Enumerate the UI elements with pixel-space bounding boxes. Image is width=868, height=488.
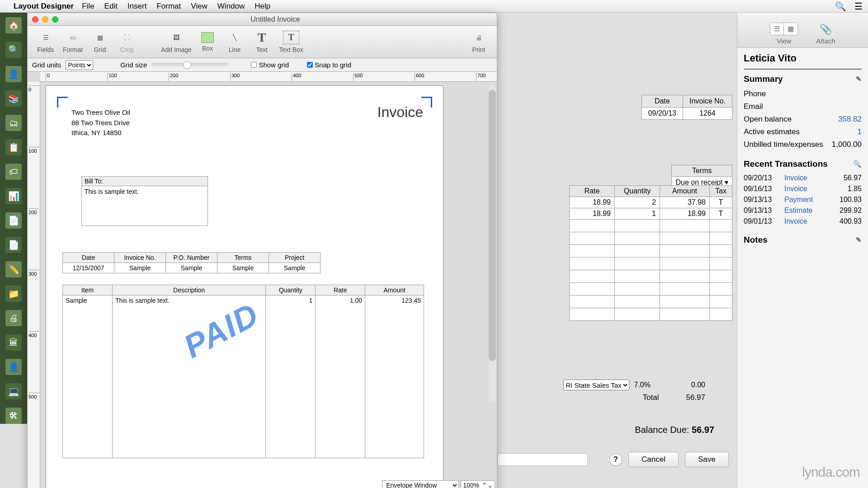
menu-file[interactable]: File (82, 2, 94, 11)
left-dock: 🏠 🔍 👤 📚 🗂 📋 🏷 📊 📄 📄 ✏️ 📁 🖨 🏛 👤 💻 🛠 (0, 13, 27, 424)
notes-heading: Notes (744, 235, 768, 245)
window-titlebar[interactable]: Untitled Invoice (28, 13, 497, 26)
document-title[interactable]: Invoice (377, 104, 423, 121)
bill-to-label: Bill To: (82, 177, 208, 186)
transaction-row[interactable]: 09/01/13Invoice400.93 (744, 216, 862, 227)
grid-view-icon: ▦ (784, 23, 797, 35)
text-button[interactable]: TText (248, 28, 275, 56)
dock-icon-bank[interactable]: 🏛 (5, 334, 22, 351)
show-grid-checkbox[interactable]: Show grid (251, 61, 289, 69)
dock-icon-write[interactable]: ✏️ (5, 261, 22, 277)
edit-summary-icon[interactable]: ✎ (856, 75, 862, 83)
dock-icon-user[interactable]: 👤 (5, 359, 22, 375)
transaction-row[interactable]: 09/13/13Payment100.93 (744, 194, 862, 205)
list-view-icon: ☰ (770, 23, 784, 35)
right-panel: ☰▦ View 📎 Attach Leticia Vito Summary✎ P… (737, 13, 868, 488)
active-estimates-label: Active estimates (744, 127, 800, 136)
view-toggle[interactable]: ☰▦ (770, 23, 798, 35)
transaction-row[interactable]: 09/16/13Invoice1.85 (744, 183, 862, 194)
fields-button[interactable]: ☰Fields (32, 28, 59, 56)
date-invoice-no[interactable]: DateInvoice No. 09/20/131264 (642, 95, 732, 120)
menu-format[interactable]: Format (156, 2, 181, 11)
attach-icon[interactable]: 📎 (820, 23, 832, 35)
total-row: Total 56.97 (643, 393, 705, 402)
dock-icon-folder[interactable]: 📁 (5, 286, 22, 302)
unbilled-label: Unbilled time/expenses (744, 140, 823, 149)
form-action-row: ? Cancel Save (497, 452, 729, 467)
menu-extras-icon[interactable]: ☰ (854, 1, 863, 12)
text-box-button[interactable]: TText Box (275, 28, 307, 56)
grid-size-label: Grid size (120, 61, 147, 69)
customer-name: Leticia Vito (744, 52, 862, 64)
box-button[interactable]: Box (194, 28, 221, 56)
line-button[interactable]: ╲Line (221, 28, 248, 56)
window-title: Untitled Invoice (58, 15, 492, 23)
tax-row: RI State Sales Tax 7.0% 0.00 (563, 380, 705, 390)
layout-page[interactable]: Two Trees Olive Oil 88 Two Trees Drive I… (46, 85, 443, 488)
tax-percent: 7.0% (634, 381, 650, 389)
tax-amount: 0.00 (691, 381, 705, 389)
dock-icon-customer[interactable]: 👤 (5, 66, 22, 82)
crop-mark-top-left (57, 97, 68, 108)
cancel-button[interactable]: Cancel (628, 452, 679, 467)
dock-icon-clipboard[interactable]: 📋 (5, 139, 22, 155)
invoice-meta-table[interactable]: Date Invoice No. P.O. Number Terms Proje… (62, 252, 321, 273)
zoom-stepper[interactable]: 100% ⌃⌄ (461, 480, 495, 488)
dock-icon-print[interactable]: 🖨 (5, 310, 22, 326)
print-button[interactable]: 🖨Print (465, 28, 492, 56)
add-image-button[interactable]: 🖼Add Image (159, 28, 194, 56)
scrollbar-vertical[interactable] (489, 85, 496, 402)
ruler-vertical: 0 100 200 300 400 500 (28, 82, 40, 488)
menu-help[interactable]: Help (255, 2, 270, 11)
recent-transactions-heading: Recent Transactions (744, 159, 828, 169)
spotlight-icon[interactable]: 🔍 (835, 1, 846, 12)
snap-to-grid-checkbox[interactable]: Snap to grid (307, 61, 351, 69)
transaction-row[interactable]: 09/13/13Estimate299.92 (744, 205, 862, 216)
tax-item-select[interactable]: RI State Sales Tax (563, 380, 629, 390)
grid-size-slider[interactable] (151, 63, 228, 67)
minimize-icon[interactable] (42, 16, 48, 23)
menu-window[interactable]: Window (217, 2, 245, 11)
company-address-block[interactable]: Two Trees Olive Oil 88 Two Trees Drive I… (71, 108, 130, 138)
open-balance-label: Open balance (744, 115, 792, 124)
zoom-icon[interactable] (52, 16, 58, 23)
dock-icon-reports[interactable]: 📊 (5, 188, 22, 204)
menubar: Layout Designer File Edit Insert Format … (0, 0, 868, 13)
dock-icon-home[interactable]: 🏠 (5, 17, 22, 33)
format-button[interactable]: ▭Format (59, 28, 86, 56)
dock-icon-tag[interactable]: 🏷 (5, 164, 22, 180)
summary-heading: Summary (744, 74, 783, 84)
menu-edit[interactable]: Edit (104, 2, 118, 11)
dock-icon-employee[interactable]: 🗂 (5, 115, 22, 131)
dock-icon-tools[interactable]: 🛠 (5, 408, 22, 424)
designer-window: Untitled Invoice ☰Fields ▭Format ▦Grid ⛶… (27, 13, 497, 488)
search-transactions-icon[interactable]: 🔍 (853, 160, 862, 168)
envelope-window-select[interactable]: Envelope Window (382, 480, 459, 488)
edit-notes-icon[interactable]: ✎ (856, 236, 862, 244)
help-button[interactable]: ? (609, 453, 622, 466)
open-balance-value[interactable]: 358.82 (838, 115, 862, 124)
grid-units-select[interactable]: Points (66, 60, 93, 70)
toolbar: ☰Fields ▭Format ▦Grid ⛶Crop 🖼Add Image B… (28, 26, 497, 58)
grid-button[interactable]: ▦Grid (86, 28, 113, 56)
close-icon[interactable] (32, 16, 38, 23)
active-estimates-value[interactable]: 1 (858, 127, 862, 136)
dock-icon-search[interactable]: 🔍 (5, 42, 22, 58)
menu-insert[interactable]: Insert (127, 2, 147, 11)
unbilled-value: 1,000.00 (832, 140, 862, 149)
app-name[interactable]: Layout Designer (14, 2, 74, 11)
dock-icon-computer[interactable]: 💻 (5, 383, 22, 399)
crop-button[interactable]: ⛶Crop (113, 28, 141, 56)
save-button[interactable]: Save (685, 452, 729, 467)
phone-label: Phone (744, 89, 766, 99)
dock-icon-doc[interactable]: 📄 (5, 212, 22, 229)
memo-input[interactable] (497, 453, 588, 466)
balance-due: Balance Due: 56.97 (635, 425, 714, 435)
menu-view[interactable]: View (191, 2, 208, 11)
transaction-row[interactable]: 09/20/13Invoice56.97 (744, 173, 862, 183)
dock-icon-vendor[interactable]: 📚 (5, 90, 22, 107)
email-label: Email (744, 102, 763, 111)
bill-to-box[interactable]: Bill To: This is sample text. (81, 176, 208, 226)
dock-icon-doc2[interactable]: 📄 (5, 237, 22, 253)
invoice-line-items[interactable]: Rate Quantity Amount Tax 18.99 2 37.98 T… (569, 185, 732, 321)
